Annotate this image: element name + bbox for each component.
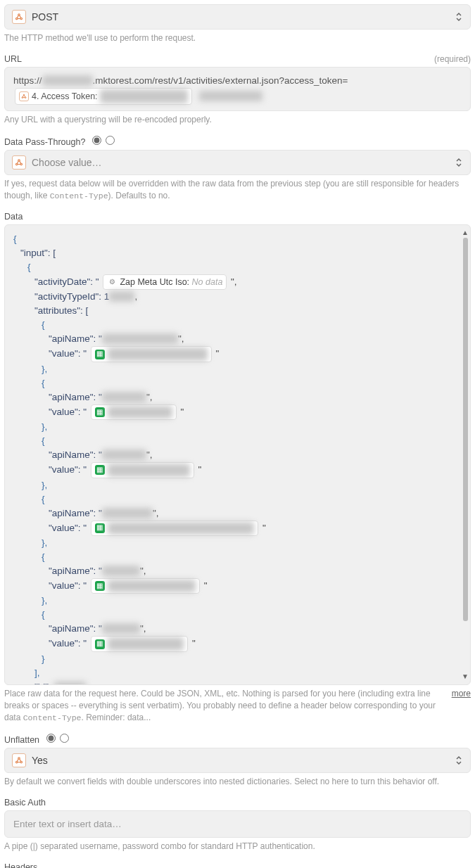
data-body-input[interactable]: { "input": [ { "activityDate": " ⚙Zap Me…: [4, 224, 471, 685]
sheets-icon: ▦: [95, 350, 105, 359]
passthrough-radio-yes[interactable]: [92, 136, 101, 145]
unflatten-radio-no[interactable]: [60, 734, 69, 743]
webhook-icon: [12, 155, 26, 170]
svg-point-0: [18, 14, 20, 16]
svg-point-9: [18, 758, 20, 760]
unflatten-radio-yes[interactable]: [46, 734, 56, 743]
scroll-up-icon[interactable]: ▲: [462, 229, 469, 236]
unflatten-radio-group: [46, 734, 69, 743]
method-value: POST: [32, 11, 455, 23]
unflatten-help: By default we convert fields with double…: [4, 776, 471, 788]
url-required: (required): [434, 54, 471, 64]
sheets-icon: ▦: [95, 523, 105, 533]
sheets-icon: ▦: [95, 581, 105, 591]
basicauth-help: A pipe (|) separated username, password …: [4, 841, 471, 853]
sheets-value-pill[interactable]: ▦XXXXXXXXXXXXXX: [91, 462, 194, 478]
webhook-icon: [19, 91, 29, 101]
method-select[interactable]: POST: [4, 4, 471, 30]
sheets-icon: ▦: [95, 465, 105, 475]
chevron-updown-icon: [455, 755, 463, 766]
svg-point-6: [18, 160, 20, 162]
unflatten-label: Unflatten: [4, 735, 39, 745]
basicauth-label: Basic Auth: [4, 798, 46, 808]
svg-point-3: [23, 95, 25, 96]
data-help: Place raw data for the request here. Cou…: [4, 688, 471, 724]
scrollbar[interactable]: ▲ ▼: [462, 229, 468, 680]
url-input[interactable]: https://XXXXXXXX.mktorest.com/rest/v1/ac…: [4, 67, 471, 112]
passthrough-label: Data Pass-Through?: [4, 137, 85, 147]
scroll-down-icon[interactable]: ▼: [462, 673, 469, 680]
url-help: Any URL with a querystring will be re-en…: [4, 114, 471, 126]
scroll-thumb[interactable]: [463, 238, 468, 621]
sheets-icon: ▦: [95, 639, 105, 649]
passthrough-radio-no[interactable]: [106, 136, 115, 145]
webhook-icon: [12, 10, 26, 24]
method-help: The HTTP method we'll use to perform the…: [4, 32, 471, 44]
sheets-value-pill[interactable]: ▦XXXXXXXXXXXXXXXXXXXXXXXXX: [91, 521, 258, 537]
sheets-value-pill[interactable]: ▦XXXXXXXXXXX: [91, 404, 177, 421]
access-token-pill[interactable]: 4. Access Token: XXXXXXXXXXXXXXX: [15, 88, 192, 105]
chevron-updown-icon: [455, 11, 463, 23]
passthrough-help: If yes, request data below will be overr…: [4, 178, 471, 202]
webhook-icon: [12, 753, 26, 767]
sheets-icon: ▦: [95, 407, 105, 417]
passthrough-select[interactable]: Choose value…: [4, 150, 471, 175]
sheets-value-pill[interactable]: ▦XXXXXXXXXXXXXXX: [91, 578, 200, 594]
sheets-value-pill[interactable]: ▦XXXXXXXXXXXXX: [91, 636, 188, 652]
unflatten-select[interactable]: Yes: [4, 748, 471, 773]
passthrough-placeholder: Choose value…: [32, 157, 455, 168]
data-label: Data: [4, 212, 23, 222]
headers-label: Headers: [4, 862, 37, 868]
passthrough-radio-group: [92, 136, 115, 145]
basicauth-input[interactable]: Enter text or insert data…: [4, 810, 471, 838]
sheets-value-pill[interactable]: ▦XXXXXXXXXXXXXXXXX: [91, 346, 212, 362]
chevron-updown-icon: [455, 157, 463, 168]
unflatten-value: Yes: [32, 755, 455, 766]
gear-icon: ⚙: [107, 277, 117, 287]
url-label: URL: [4, 54, 22, 64]
zap-meta-pill[interactable]: ⚙Zap Meta Utc Iso: No data: [103, 274, 227, 291]
data-more-link[interactable]: more: [452, 688, 471, 700]
